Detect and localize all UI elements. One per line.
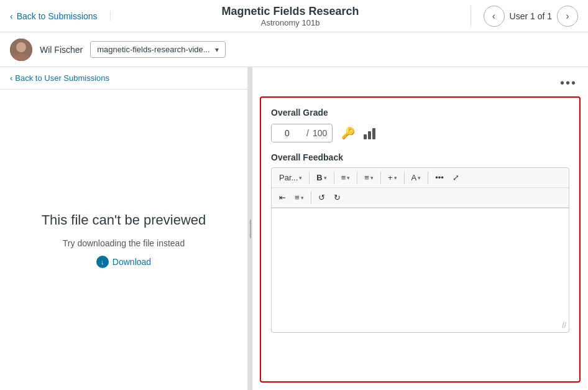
back-to-submissions-link[interactable]: ‹ Back to Submissions	[10, 11, 111, 21]
toolbar-more-button[interactable]: •••	[431, 170, 448, 185]
svg-point-1	[16, 42, 26, 52]
bold-caret-icon: ▾	[324, 175, 327, 181]
feedback-editor-content[interactable]: //	[271, 208, 569, 333]
align2-button[interactable]: ≡ ▾	[291, 190, 308, 205]
file-dropdown[interactable]: magnetic-fields-research-vide... ▾	[90, 41, 225, 58]
list-button[interactable]: ≡ ▾	[361, 170, 377, 185]
align-icon: ≡	[341, 173, 346, 182]
align2-caret-icon: ▾	[301, 195, 304, 201]
align2-icon: ≡	[295, 193, 300, 202]
editor-toolbar: Par... ▾ B ▾ ≡ ▾ ≡	[271, 167, 569, 208]
plus-icon: +	[388, 173, 393, 182]
right-panel: ••• Overall Grade / 100 🔑	[252, 67, 588, 390]
prev-user-button[interactable]: ‹	[484, 6, 505, 27]
align-caret-icon: ▾	[347, 175, 350, 181]
toolbar-sep4	[380, 172, 381, 184]
toolbar-more-icon: •••	[435, 173, 444, 182]
file-name: magnetic-fields-research-vide...	[97, 45, 209, 54]
prev-arrow-icon: ‹	[492, 11, 495, 22]
back-chevron-icon: ‹	[10, 11, 13, 21]
header-nav: ‹ User 1 of 1 ›	[471, 6, 578, 27]
indent-icon: ⇤	[279, 193, 286, 202]
redo-button[interactable]: ↻	[330, 190, 344, 205]
paragraph-caret-icon: ▾	[299, 175, 302, 181]
toolbar-sep3	[357, 172, 357, 184]
assignment-title: Magnetic Fields Research	[111, 5, 471, 18]
grade-separator: /	[303, 128, 313, 138]
user-row: Wil Fischer magnetic-fields-research-vid…	[0, 32, 588, 67]
grade-input-row: / 100 🔑	[271, 124, 569, 142]
toolbar-sep2	[334, 172, 334, 184]
grade-chart-button[interactable]	[364, 127, 375, 139]
resize-corner-icon: //	[562, 321, 566, 330]
redo-icon: ↻	[334, 193, 341, 202]
header-title-block: Magnetic Fields Research Astronomy 101b	[111, 5, 471, 27]
indent-button[interactable]: ⇤	[275, 190, 290, 205]
left-panel: ‹ Back to User Submissions This file can…	[0, 67, 249, 390]
toolbar-sep7	[311, 192, 311, 204]
back-to-user-submissions-link[interactable]: ‹ Back to User Submissions	[0, 67, 247, 90]
grade-key-button[interactable]: 🔑	[339, 124, 357, 142]
bold-button[interactable]: B ▾	[313, 170, 330, 185]
bar3	[372, 128, 375, 139]
list-icon: ≡	[364, 173, 369, 182]
back-submissions-label: Back to Submissions	[17, 11, 98, 21]
font-button[interactable]: A ▾	[408, 170, 425, 185]
key-icon: 🔑	[341, 127, 355, 139]
back-user-chevron-icon: ‹	[10, 73, 12, 83]
avatar	[10, 39, 32, 61]
grade-input[interactable]	[272, 124, 303, 142]
grade-max: 100	[313, 128, 332, 138]
undo-icon: ↺	[318, 193, 325, 202]
bar2	[368, 131, 371, 139]
download-icon: ↓	[96, 256, 109, 268]
font-caret-icon: ▾	[418, 175, 421, 181]
insert-button[interactable]: + ▾	[384, 170, 401, 185]
more-options-button[interactable]: •••	[556, 75, 581, 91]
download-label: Download	[113, 257, 151, 267]
grade-label: Overall Grade	[271, 108, 569, 118]
download-link[interactable]: ↓ Download	[96, 256, 151, 268]
toolbar-sep5	[404, 172, 405, 184]
next-arrow-icon: ›	[566, 11, 569, 22]
font-icon: A	[411, 173, 417, 182]
preview-subtitle: Try downloading the file instead	[63, 238, 185, 248]
align-button[interactable]: ≡ ▾	[338, 170, 354, 185]
toolbar-sep6	[428, 172, 428, 184]
toolbar-row2: ⇤ ≡ ▾ ↺ ↻	[272, 188, 569, 208]
expand-icon: ⤢	[452, 173, 459, 182]
grade-box: Overall Grade / 100 🔑 Overall Feedback	[260, 96, 581, 383]
course-name: Astronomy 101b	[111, 18, 471, 27]
chevron-down-icon: ▾	[215, 45, 219, 54]
bold-icon: B	[316, 173, 322, 182]
undo-button[interactable]: ↺	[315, 190, 329, 205]
next-user-button[interactable]: ›	[557, 6, 578, 27]
grade-input-container: / 100	[271, 124, 333, 142]
preview-area: This file can't be previewed Try downloa…	[0, 90, 247, 390]
more-options-icon: •••	[560, 76, 577, 90]
more-options-row: •••	[260, 75, 581, 91]
user-name: Wil Fischer	[40, 45, 83, 55]
top-header: ‹ Back to Submissions Magnetic Fields Re…	[0, 0, 588, 32]
paragraph-style-button[interactable]: Par... ▾	[275, 170, 306, 185]
preview-title: This file can't be previewed	[42, 212, 206, 228]
toolbar-row1: Par... ▾ B ▾ ≡ ▾ ≡	[272, 168, 569, 188]
user-count: User 1 of 1	[510, 11, 552, 21]
toolbar-sep1	[309, 172, 310, 184]
bar1	[364, 134, 367, 139]
main-area: ‹ Back to User Submissions This file can…	[0, 67, 588, 390]
feedback-label: Overall Feedback	[271, 152, 569, 162]
expand-button[interactable]: ⤢	[449, 170, 463, 185]
paragraph-label: Par...	[279, 173, 298, 182]
list-caret-icon: ▾	[370, 175, 374, 181]
insert-caret-icon: ▾	[394, 175, 397, 181]
back-user-label: Back to User Submissions	[15, 73, 109, 83]
